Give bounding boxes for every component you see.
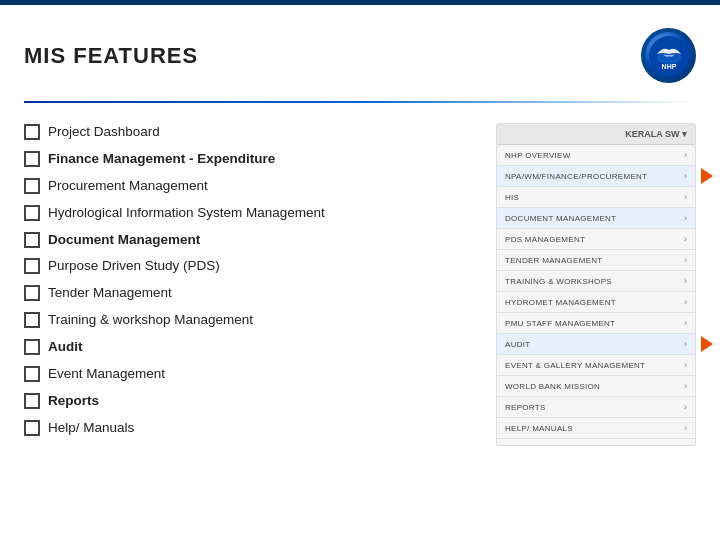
header-divider <box>24 101 696 103</box>
feature-label: Training & workshop Management <box>48 311 253 330</box>
feature-label: Finance Management - Expenditure <box>48 150 275 169</box>
chevron-icon: › <box>684 171 687 181</box>
chevron-icon: › <box>684 339 687 349</box>
feature-item: Finance Management - Expenditure <box>24 150 476 169</box>
bullet-icon <box>24 124 40 140</box>
sidebar-item-label: PMU STAFF MANAGEMENT <box>505 319 615 328</box>
sidebar-item-label: HYDROMET MANAGEMENT <box>505 298 616 307</box>
sidebar-item-label: DOCUMENT MANAGEMENT <box>505 214 616 223</box>
sidebar-menu-item[interactable]: HYDROMET MANAGEMENT › <box>497 292 695 313</box>
sidebar-item-label: EVENT & GALLERY MANAGEMENT <box>505 361 645 370</box>
sidebar-header[interactable]: KERALA SW ▾ <box>497 124 695 145</box>
sidebar-menu-item[interactable]: TRAINING & WORKSHOPS › <box>497 271 695 292</box>
feature-item: Event Management <box>24 365 476 384</box>
svg-text:NHP: NHP <box>661 63 676 70</box>
feature-item: Purpose Driven Study (PDS) <box>24 257 476 276</box>
bullet-icon <box>24 258 40 274</box>
feature-item: Hydrological Information System Manageme… <box>24 204 476 223</box>
feature-item: Project Dashboard <box>24 123 476 142</box>
feature-label: Tender Management <box>48 284 172 303</box>
sidebar-menu-item[interactable]: PMU STAFF MANAGEMENT › <box>497 313 695 334</box>
sidebar-item-label: TENDER MANAGEMENT <box>505 256 603 265</box>
logo: NHP <box>641 28 696 83</box>
feature-label: Hydrological Information System Manageme… <box>48 204 325 223</box>
chevron-icon: › <box>684 213 687 223</box>
top-accent <box>0 0 720 5</box>
bullet-icon <box>24 151 40 167</box>
features-list: Project Dashboard Finance Management - E… <box>24 123 476 446</box>
sidebar-menu-item[interactable]: HELP/ MANUALS › <box>497 418 695 439</box>
feature-label: Project Dashboard <box>48 123 160 142</box>
sidebar-item-label: NHP OVERVIEW <box>505 151 571 160</box>
chevron-icon: › <box>684 297 687 307</box>
bullet-icon <box>24 312 40 328</box>
sidebar-menu-item[interactable]: NHP OVERVIEW › <box>497 145 695 166</box>
sidebar-menu-item[interactable]: NPA/WM/FINANCE/PROCUREMENT › <box>497 166 695 187</box>
nhp-logo-svg: NHP <box>649 36 689 76</box>
sidebar-item-label: WORLD BANK MISSION <box>505 382 600 391</box>
chevron-icon: › <box>684 360 687 370</box>
sidebar-menu-item[interactable]: EVENT & GALLERY MANAGEMENT › <box>497 355 695 376</box>
feature-label: Audit <box>48 338 83 357</box>
bullet-icon <box>24 366 40 382</box>
sidebar-menu-item[interactable]: AUDIT › <box>497 334 695 355</box>
sidebar-panel: KERALA SW ▾ NHP OVERVIEW › NPA/WM/FINANC… <box>496 123 696 446</box>
feature-label: Help/ Manuals <box>48 419 134 438</box>
chevron-icon: › <box>684 192 687 202</box>
chevron-icon: › <box>684 234 687 244</box>
sidebar-item-label: HIS <box>505 193 519 202</box>
feature-label: Reports <box>48 392 99 411</box>
arrow-indicator <box>701 336 713 352</box>
header: MIS FEATURES NHP <box>24 18 696 83</box>
chevron-icon: › <box>684 255 687 265</box>
feature-label: Document Management <box>48 231 200 250</box>
bullet-icon <box>24 339 40 355</box>
chevron-icon: › <box>684 276 687 286</box>
feature-item: Procurement Management <box>24 177 476 196</box>
bullet-icon <box>24 232 40 248</box>
sidebar-menu-item[interactable]: HIS › <box>497 187 695 208</box>
sidebar-item-label: NPA/WM/FINANCE/PROCUREMENT <box>505 172 647 181</box>
feature-item: Training & workshop Management <box>24 311 476 330</box>
sidebar-menu-item[interactable]: REPORTS › <box>497 397 695 418</box>
bullet-icon <box>24 420 40 436</box>
page-title: MIS FEATURES <box>24 43 198 69</box>
feature-label: Purpose Driven Study (PDS) <box>48 257 220 276</box>
sidebar-item-label: TRAINING & WORKSHOPS <box>505 277 612 286</box>
chevron-icon: › <box>684 381 687 391</box>
sidebar-menu-item[interactable]: PDS MANAGEMENT › <box>497 229 695 250</box>
chevron-icon: › <box>684 423 687 433</box>
bullet-icon <box>24 393 40 409</box>
page: MIS FEATURES NHP <box>0 0 720 540</box>
feature-item: Tender Management <box>24 284 476 303</box>
feature-item: Reports <box>24 392 476 411</box>
feature-label: Event Management <box>48 365 165 384</box>
feature-item: Help/ Manuals <box>24 419 476 438</box>
feature-label: Procurement Management <box>48 177 208 196</box>
bullet-icon <box>24 178 40 194</box>
sidebar-item-label: AUDIT <box>505 340 531 349</box>
content-area: Project Dashboard Finance Management - E… <box>24 123 696 446</box>
sidebar-menu-item[interactable]: WORLD BANK MISSION › <box>497 376 695 397</box>
chevron-icon: › <box>684 150 687 160</box>
feature-item: Document Management <box>24 231 476 250</box>
sidebar-item-label: REPORTS <box>505 403 546 412</box>
bullet-icon <box>24 285 40 301</box>
sidebar-item-label: HELP/ MANUALS <box>505 424 573 433</box>
sidebar-menu-item[interactable]: TENDER MANAGEMENT › <box>497 250 695 271</box>
feature-item: Audit <box>24 338 476 357</box>
chevron-icon: › <box>684 402 687 412</box>
sidebar-menu-item[interactable]: DOCUMENT MANAGEMENT › <box>497 208 695 229</box>
arrow-indicator <box>701 168 713 184</box>
bullet-icon <box>24 205 40 221</box>
chevron-icon: › <box>684 318 687 328</box>
sidebar-item-label: PDS MANAGEMENT <box>505 235 585 244</box>
